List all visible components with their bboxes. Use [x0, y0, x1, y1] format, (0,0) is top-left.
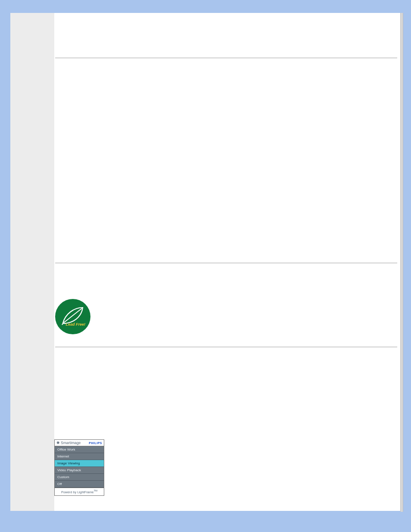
smartimage-item-custom[interactable]: Custom [55, 474, 104, 481]
smartimage-footer-sup: TM [93, 489, 97, 492]
lead-free-label: Lead Free! [65, 322, 85, 327]
section-2-blank [55, 58, 397, 263]
smartimage-logo-icon: ✺ [56, 441, 60, 445]
smartimage-title: SmartImage [61, 441, 89, 445]
divider-3 [55, 347, 397, 347]
smartimage-item-office-work[interactable]: Office Work [55, 446, 104, 453]
lead-free-badge: Lead Free! [55, 299, 90, 334]
smartimage-header: ✺ SmartImage PHILIPS [55, 440, 104, 446]
philips-brand-label: PHILIPS [89, 442, 102, 445]
smartimage-osd-menu: ✺ SmartImage PHILIPS Office WorkInternet… [54, 439, 104, 496]
page-frame: Lead Free! ✺ SmartImage PHILIPS Office W… [10, 13, 401, 511]
smartimage-item-image-viewing[interactable]: Image Viewing [55, 460, 104, 467]
smartimage-item-internet[interactable]: Internet [55, 453, 104, 460]
main-content: Lead Free! ✺ SmartImage PHILIPS Office W… [54, 13, 401, 511]
section-3-blank [55, 263, 397, 347]
vertical-scrollbar[interactable] [400, 13, 403, 512]
left-sidebar [10, 13, 54, 511]
smartimage-footer: Powerd by LightFrameTM [55, 488, 104, 495]
smartimage-footer-text: Powerd by LightFrame [61, 490, 93, 494]
smartimage-item-video-playback[interactable]: Video Playback [55, 467, 104, 474]
leaf-icon [58, 302, 88, 332]
smartimage-items-container: Office WorkInternetImage ViewingVideo Pl… [55, 446, 104, 488]
section-1-blank [55, 13, 397, 58]
smartimage-item-off[interactable]: Off [55, 481, 104, 488]
